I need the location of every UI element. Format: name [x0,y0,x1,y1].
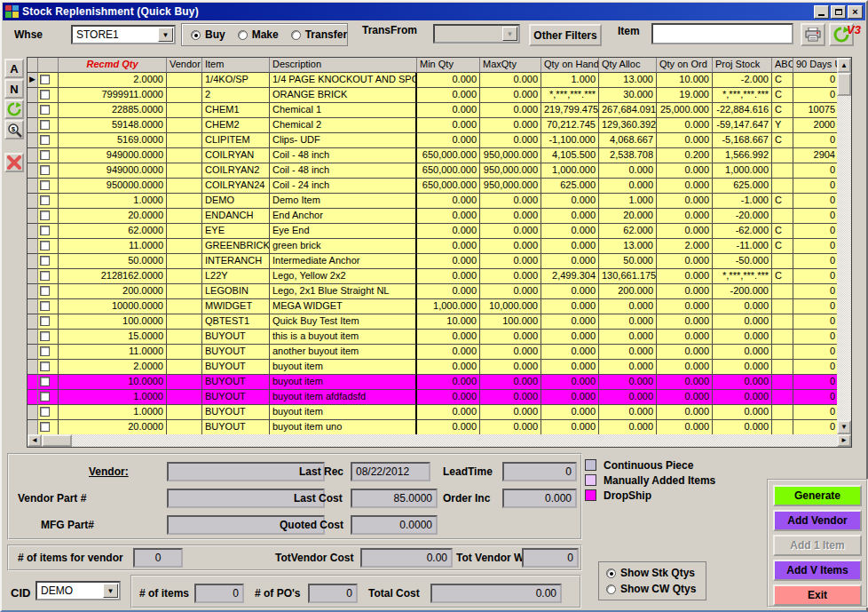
grid-cell-max[interactable]: 0.000 [480,330,541,345]
column-header[interactable]: Min Qty [417,58,480,73]
row-checkbox[interactable] [40,392,50,401]
grid-cell-min[interactable]: 0.000 [417,239,480,254]
table-row[interactable]: 62.0000EYEEye End0.0000.0000.00062.0000.… [28,224,851,239]
select-none-button[interactable]: N [4,79,24,99]
row-checkbox[interactable] [40,90,50,99]
scroll-left-icon[interactable]: ◄ [28,434,42,447]
grid-cell-max[interactable]: 0.000 [480,224,541,239]
num-pos-field[interactable]: 0 [308,584,358,603]
row-checkbox[interactable] [40,195,50,205]
price-lookup-button[interactable]: $ [4,120,24,139]
grid-cell-onhand[interactable]: 0.000 [541,284,599,299]
grid-cell-alloc[interactable]: 0.000 [599,299,657,314]
grid-cell-vendor[interactable] [167,163,202,179]
grid-cell-alloc[interactable]: 0.000 [599,179,657,194]
grid-cell-proj[interactable]: -1.000 [713,194,772,209]
grid-cell-proj[interactable]: 0.000 [713,330,772,345]
row-indicator[interactable] [28,148,38,163]
grid-cell-days[interactable]: 10075 [793,103,839,118]
grid-cell-alloc[interactable]: 30.000 [599,88,657,103]
row-indicator[interactable] [28,179,38,194]
grid-cell-item[interactable]: 1/4KO/SP [202,73,270,88]
table-row[interactable]: 22885.0000CHEM1Chemical 10.0000.000219,7… [28,103,851,118]
grid-cell-days[interactable]: 0 [793,284,839,299]
grid-cell-alloc[interactable]: 267,684.091 [599,103,657,118]
delete-button[interactable] [4,153,24,172]
grid-cell-recmd[interactable]: 62.0000 [59,224,167,239]
grid-cell-alloc[interactable]: 129,360.392 [599,118,657,133]
grid-cell-item[interactable]: BUYOUT [202,405,270,420]
grid-cell-onhand[interactable]: 0.000 [541,375,599,390]
grid-cell-onhand[interactable]: 0.000 [541,194,599,209]
v-scrollbar[interactable] [837,73,851,434]
minimize-button[interactable] [814,5,829,19]
column-header[interactable] [38,58,59,73]
grid-cell-max[interactable]: 0.000 [480,360,541,375]
table-row[interactable]: 2.0000BUYOUTbuyout item0.0000.0000.0000.… [28,360,851,375]
grid-cell-item[interactable]: BUYOUT [202,330,270,345]
grid-cell-onhand[interactable]: 1.000 [541,73,599,88]
row-indicator[interactable] [28,330,38,345]
grid-cell-max[interactable]: 0.000 [480,375,541,390]
row-indicator[interactable] [28,405,38,420]
grid-cell-onhand[interactable]: 0.000 [541,209,599,224]
grid-cell-recmd[interactable]: 200.0000 [59,284,167,299]
row-indicator[interactable] [28,299,38,314]
grid-cell-vendor[interactable] [167,239,202,254]
grid-cell-days[interactable]: 0 [793,269,839,284]
grid-cell-min[interactable]: 0.000 [417,224,480,239]
grid-cell-vendor[interactable] [167,133,202,148]
row-checkbox[interactable] [40,180,50,190]
grid-cell-vendor[interactable] [167,360,202,375]
row-checkbox[interactable] [40,120,50,130]
grid-cell-onhand[interactable]: 4,105.500 [541,148,599,163]
grid-cell-min[interactable]: 0.000 [417,73,480,88]
grid-cell-item[interactable]: COILRYAN2 [202,163,270,179]
grid-cell-desc[interactable]: Demo Item [270,194,417,209]
grid-cell-proj[interactable]: -50.000 [713,254,772,269]
grid-cell-item[interactable]: ENDANCH [202,209,270,224]
exit-button[interactable]: Exit [773,584,862,606]
table-row[interactable]: 20.0000BUYOUTbuyout item uno0.0000.0000.… [28,420,851,435]
grid-cell-onhand[interactable]: 0.000 [541,390,599,405]
grid-cell-onord[interactable]: 2.000 [657,239,713,254]
grid-cell-recmd[interactable]: 15.0000 [59,330,167,345]
grid-cell-max[interactable]: 0.000 [480,239,541,254]
grid-cell-onord[interactable]: 0.000 [657,405,713,420]
row-checkbox[interactable] [40,150,50,160]
grid-cell-desc[interactable]: Chemical 2 [270,118,417,133]
grid-cell-abc[interactable] [772,390,793,405]
grid-cell-proj[interactable]: 0.000 [713,299,772,314]
grid-cell-max[interactable]: 0.000 [480,269,541,284]
grid-cell-proj[interactable]: 0.000 [713,420,772,435]
grid-cell-item[interactable]: COILRYAN24 [202,179,270,194]
grid-cell-min[interactable]: 0.000 [417,375,480,390]
grid-cell-abc[interactable] [772,254,793,269]
grid-cell-desc[interactable]: Coil - 24 inch [270,179,417,194]
grid-cell-desc[interactable]: Coil - 48 inch [270,148,417,163]
grid-cell-days[interactable]: 0 [793,420,839,435]
grid-cell-days[interactable]: 2000 [793,118,839,133]
column-header[interactable]: Item [202,58,270,73]
grid-cell-item[interactable]: INTERANCH [202,254,270,269]
grid-cell-vendor[interactable] [167,179,202,194]
row-indicator[interactable] [28,314,38,330]
close-button[interactable]: × [848,5,863,19]
grid-cell-onord[interactable]: 0.000 [657,375,713,390]
grid-cell-min[interactable]: 0.000 [417,405,480,420]
row-checkbox[interactable] [40,301,50,311]
grid-cell-max[interactable]: 0.000 [480,88,541,103]
table-row[interactable]: 949000.0000COILRYAN2Coil - 48 inch650,00… [28,163,851,179]
items-for-vendor-field[interactable]: 0 [133,548,183,568]
grid-cell-desc[interactable]: buyout item uno [270,420,417,435]
grid-cell-days[interactable]: 2904 [793,148,839,163]
quoted-cost-field[interactable]: 0.0000 [351,515,438,535]
row-checkbox[interactable] [40,271,50,281]
grid-cell-recmd[interactable]: 1.0000 [59,405,167,420]
row-checkbox[interactable] [40,226,50,235]
row-indicator[interactable] [28,239,38,254]
grid-cell-days[interactable]: 0 [793,73,839,88]
grid-cell-desc[interactable]: buyout item [270,360,417,375]
grid-cell-days[interactable]: 0 [793,163,839,179]
grid-cell-vendor[interactable] [167,194,202,209]
